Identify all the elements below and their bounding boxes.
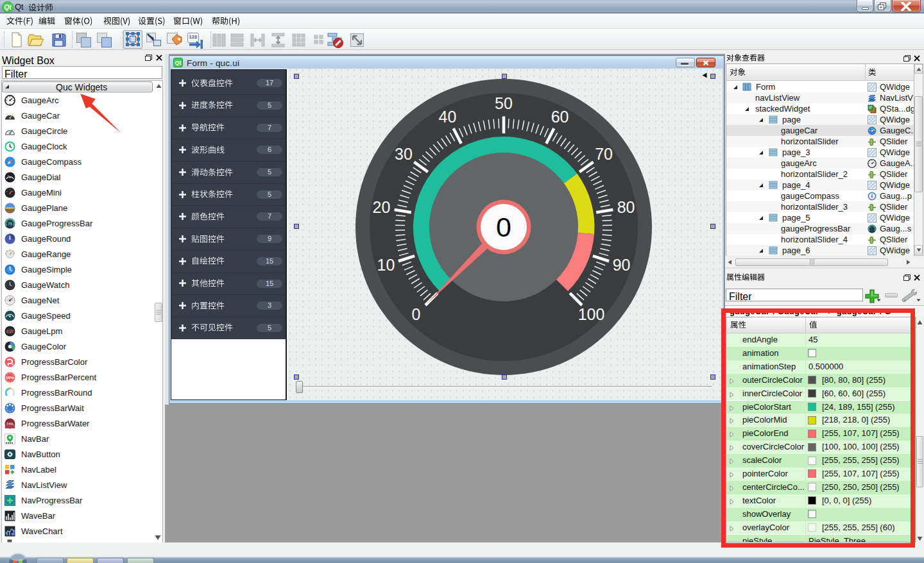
svg-text:30: 30 — [395, 145, 413, 163]
svg-text:60: 60 — [551, 108, 569, 126]
svg-text:50: 50 — [495, 94, 513, 112]
svg-text:70: 70 — [595, 145, 613, 163]
svg-text:74%: 74% — [6, 422, 13, 426]
svg-text:10: 10 — [377, 256, 395, 274]
svg-text:0: 0 — [496, 212, 511, 242]
svg-text:123: 123 — [189, 34, 198, 40]
svg-text:90: 90 — [613, 256, 631, 274]
svg-text:20: 20 — [372, 198, 390, 216]
svg-text:Qt: Qt — [4, 3, 12, 11]
svg-text:40: 40 — [438, 108, 456, 126]
svg-text:0: 0 — [412, 305, 421, 323]
svg-text:75: 75 — [8, 222, 12, 226]
svg-text:50%: 50% — [6, 376, 14, 380]
svg-text:80: 80 — [617, 198, 635, 216]
svg-text:100: 100 — [578, 305, 605, 323]
svg-text:Qt: Qt — [175, 60, 182, 66]
svg-text:2.27: 2.27 — [6, 330, 13, 333]
